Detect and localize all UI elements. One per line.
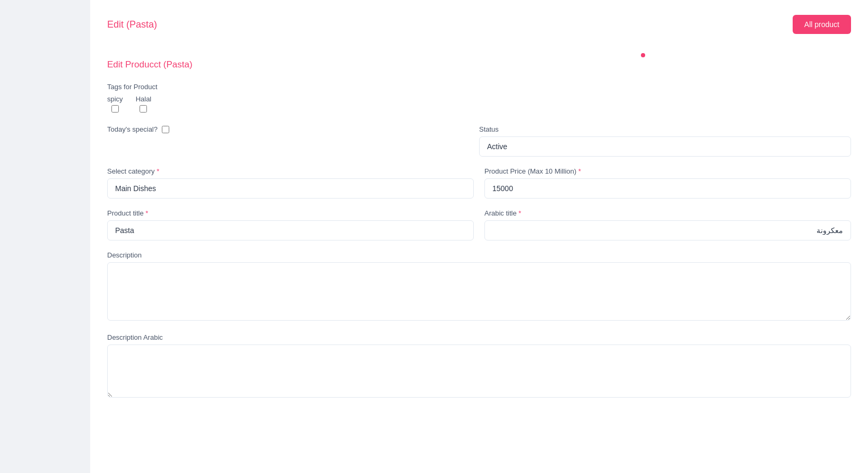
- page-title: Edit (Pasta): [107, 19, 157, 30]
- tag-halal-checkbox[interactable]: [140, 105, 147, 113]
- arabic-title-input[interactable]: [484, 220, 851, 240]
- all-product-button[interactable]: All product: [793, 15, 851, 34]
- tag-spicy-label: spicy: [107, 95, 123, 103]
- main-content: Edit (Pasta) All product Edit Producct (…: [90, 0, 868, 473]
- tag-halal: Halal: [136, 95, 152, 113]
- select-category-required: *: [157, 167, 159, 175]
- status-input[interactable]: [479, 136, 851, 157]
- category-price-row: Select category * Product Price (Max 10 …: [107, 167, 851, 199]
- tag-spicy: spicy: [107, 95, 123, 113]
- description-arabic-label: Description Arabic: [107, 333, 851, 341]
- arabic-title-label: Arabic title *: [484, 209, 851, 217]
- tags-section: Tags for Product spicy Halal: [107, 83, 851, 113]
- status-group: Status: [479, 125, 851, 157]
- product-title-label: Product title *: [107, 209, 474, 217]
- tag-halal-label: Halal: [136, 95, 152, 103]
- select-category-label: Select category *: [107, 167, 474, 175]
- description-arabic-group: Description Arabic: [107, 333, 851, 400]
- top-bar: Edit (Pasta) All product: [90, 0, 868, 49]
- todays-special-status-row: Today's special? Status: [107, 125, 851, 157]
- product-price-group: Product Price (Max 10 Million) *: [484, 167, 851, 199]
- todays-special-row: Today's special?: [107, 125, 479, 133]
- select-category-group: Select category *: [107, 167, 474, 199]
- tags-label: Tags for Product: [107, 83, 851, 91]
- tag-spicy-checkbox[interactable]: [111, 105, 119, 113]
- product-price-input[interactable]: [484, 178, 851, 199]
- todays-special-group: Today's special?: [107, 125, 479, 144]
- arabic-title-group: Arabic title *: [484, 209, 851, 240]
- description-arabic-textarea[interactable]: [107, 345, 851, 398]
- product-price-label: Product Price (Max 10 Million) *: [484, 167, 851, 175]
- form-title: Edit Producct (Pasta): [107, 59, 851, 70]
- sidebar: [0, 0, 90, 473]
- description-label: Description: [107, 251, 851, 259]
- arabic-title-required: *: [518, 209, 521, 217]
- description-group: Description: [107, 251, 851, 323]
- red-dot-indicator: [641, 53, 645, 57]
- status-label: Status: [479, 125, 851, 133]
- product-title-group: Product title *: [107, 209, 474, 240]
- description-textarea[interactable]: [107, 262, 851, 321]
- title-arabic-row: Product title * Arabic title *: [107, 209, 851, 240]
- todays-special-checkbox[interactable]: [162, 126, 169, 133]
- tags-options: spicy Halal: [107, 95, 851, 113]
- todays-special-label: Today's special?: [107, 125, 158, 133]
- product-price-required: *: [578, 167, 581, 175]
- product-title-input[interactable]: [107, 220, 474, 240]
- product-title-required: *: [145, 209, 148, 217]
- form-container: Edit Producct (Pasta) Tags for Product s…: [90, 49, 868, 417]
- select-category-input[interactable]: [107, 178, 474, 199]
